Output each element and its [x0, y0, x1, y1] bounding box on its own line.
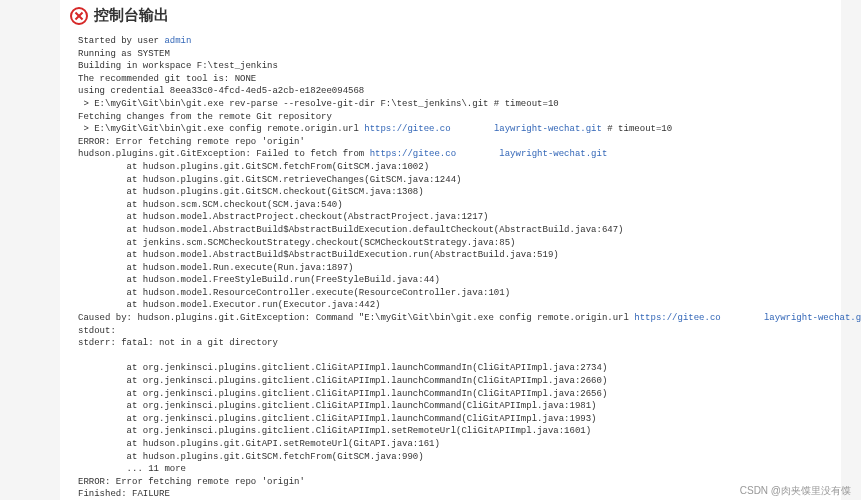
console-line: # timeout=10	[602, 124, 672, 134]
page-title: 控制台输出	[94, 6, 169, 25]
console-line: stdout:	[78, 326, 121, 336]
error-icon	[70, 7, 88, 25]
console-line: using credential 8eea33c0-4fcd-4ed5-a2cb…	[78, 86, 364, 96]
repo-url-link[interactable]: laywright-wechat.git	[499, 149, 607, 159]
console-line: > E:\myGit\Git\bin\git.exe config remote…	[78, 124, 364, 134]
repo-url-link[interactable]: https://gitee.co	[634, 313, 720, 323]
redacted: xxxxxxxx	[721, 313, 764, 323]
console-line: ERROR: Error fetching remote repo 'origi…	[78, 477, 305, 487]
console-container: 控制台输出 Started by user admin Running as S…	[60, 0, 841, 500]
console-line: at hudson.model.Executor.run(Executor.ja…	[78, 300, 380, 310]
repo-url-link[interactable]: laywright-wechat.git	[764, 313, 861, 323]
console-line: at hudson.plugins.git.GitAPI.setRemoteUr…	[78, 439, 440, 449]
repo-url-link[interactable]: https://gitee.co	[370, 149, 456, 159]
repo-url-link[interactable]: https://gitee.co	[364, 124, 450, 134]
console-line: at hudson.model.ResourceController.execu…	[78, 288, 510, 298]
console-line: at hudson.model.AbstractProject.checkout…	[78, 212, 488, 222]
console-output: Started by user admin Running as SYSTEM …	[70, 35, 831, 500]
console-line: The recommended git tool is: NONE	[78, 74, 256, 84]
console-line: at hudson.scm.SCM.checkout(SCM.java:540)	[78, 200, 343, 210]
console-line: Building in workspace F:\test_jenkins	[78, 61, 278, 71]
console-line: at hudson.model.AbstractBuild$AbstractBu…	[78, 225, 624, 235]
repo-url-link[interactable]: laywright-wechat.git	[494, 124, 602, 134]
watermark: CSDN @肉夹馍里没有馍	[740, 484, 851, 498]
console-line: Running as SYSTEM	[78, 49, 170, 59]
console-line: Started by user	[78, 36, 164, 46]
console-line: > E:\myGit\Git\bin\git.exe rev-parse --r…	[78, 99, 559, 109]
console-line: at org.jenkinsci.plugins.gitclient.CliGi…	[78, 363, 607, 373]
console-line: at hudson.plugins.git.GitSCM.retrieveCha…	[78, 175, 461, 185]
console-line: at org.jenkinsci.plugins.gitclient.CliGi…	[78, 414, 596, 424]
console-line: at org.jenkinsci.plugins.gitclient.CliGi…	[78, 389, 607, 399]
console-line: ERROR: Error fetching remote repo 'origi…	[78, 137, 305, 147]
console-line: stderr: fatal: not in a git directory	[78, 338, 278, 348]
console-line: at org.jenkinsci.plugins.gitclient.CliGi…	[78, 376, 607, 386]
user-link[interactable]: admin	[164, 36, 191, 46]
console-line: at hudson.plugins.git.GitSCM.fetchFrom(G…	[78, 162, 429, 172]
console-line: Caused by: hudson.plugins.git.GitExcepti…	[78, 313, 634, 323]
console-line: at hudson.plugins.git.GitSCM.fetchFrom(G…	[78, 452, 424, 462]
console-line: at hudson.plugins.git.GitSCM.checkout(Gi…	[78, 187, 424, 197]
console-line: at hudson.model.Run.execute(Run.java:189…	[78, 263, 353, 273]
console-line: at hudson.model.AbstractBuild$AbstractBu…	[78, 250, 559, 260]
redacted: xxxxxxxx	[451, 124, 494, 134]
console-line: at org.jenkinsci.plugins.gitclient.CliGi…	[78, 401, 596, 411]
console-line: Fetching changes from the remote Git rep…	[78, 112, 332, 122]
console-header: 控制台输出	[70, 0, 831, 35]
console-line: hudson.plugins.git.GitException: Failed …	[78, 149, 370, 159]
console-line: ... 11 more	[78, 464, 186, 474]
redacted: xxxxxxxx	[456, 149, 499, 159]
console-line: at hudson.model.FreeStyleBuild.run(FreeS…	[78, 275, 440, 285]
console-line: at org.jenkinsci.plugins.gitclient.CliGi…	[78, 426, 591, 436]
console-line: at jenkins.scm.SCMCheckoutStrategy.check…	[78, 238, 515, 248]
console-line: Finished: FAILURE	[78, 489, 170, 499]
